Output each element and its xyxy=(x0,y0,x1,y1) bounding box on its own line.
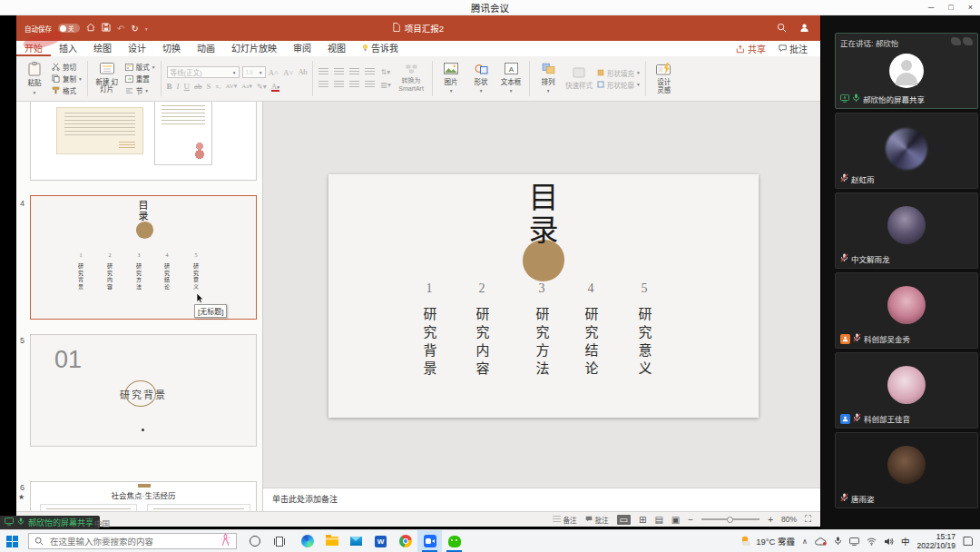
redo-icon[interactable]: ↻ xyxy=(131,24,138,34)
shapes-button[interactable]: 形状▾ xyxy=(468,63,494,94)
thumbnail-slide-3[interactable] xyxy=(30,102,257,181)
undo-icon[interactable]: ↶ xyxy=(117,24,124,34)
tray-mic-icon[interactable] xyxy=(834,533,842,549)
onedrive-icon[interactable] xyxy=(815,533,827,549)
wechat-taskbar-icon[interactable] xyxy=(442,530,466,552)
slideshow-button[interactable]: ▣ xyxy=(671,515,680,525)
tencent-meeting-taskbar-icon[interactable] xyxy=(417,530,442,552)
tab-design[interactable]: 设计 xyxy=(120,41,154,56)
account-icon[interactable] xyxy=(799,20,809,36)
new-slide-button[interactable]: 新建 幻灯片 xyxy=(93,63,121,94)
bold-button[interactable]: B xyxy=(167,82,172,91)
align-center-button[interactable] xyxy=(334,81,344,89)
slide-editing-surface[interactable]: 目 录 1 2 3 4 5 研究背景 研究内容 研究方法 研究结论 研究意义 xyxy=(328,174,759,418)
paste-button[interactable]: 粘贴▾ xyxy=(22,62,47,96)
tab-animations[interactable]: 动画 xyxy=(189,41,223,56)
zoom-in-button[interactable]: + xyxy=(768,515,773,525)
mail-icon[interactable] xyxy=(344,530,368,552)
grow-font-button[interactable]: A˄ xyxy=(269,68,279,77)
textbox-button[interactable]: A 文本框▾ xyxy=(498,63,524,94)
italic-button[interactable]: I xyxy=(177,82,180,91)
qat-dropdown-icon[interactable]: ▾ xyxy=(145,25,148,32)
participant-tile[interactable]: 中文解雨龙 xyxy=(835,192,978,269)
indent-decrease-button[interactable] xyxy=(349,68,359,76)
tray-expand-icon[interactable]: ∧ xyxy=(802,537,808,546)
toc-item-text[interactable]: 研究内容 xyxy=(473,307,492,380)
network-icon[interactable] xyxy=(867,533,877,549)
comments-button[interactable]: 批注 xyxy=(779,42,808,55)
align-right-button[interactable] xyxy=(349,81,359,89)
layout-button[interactable]: 版式▾ xyxy=(125,62,155,72)
screen-share-status-bar[interactable]: 郝欣怡的屏幕共享 xyxy=(0,516,100,529)
tab-slideshow[interactable]: 幻灯片放映 xyxy=(223,41,285,56)
copy-button[interactable]: 复制▾ xyxy=(52,74,82,84)
edge-icon[interactable] xyxy=(295,530,319,552)
search-input[interactable] xyxy=(48,536,216,547)
thumbnail-slide-6[interactable]: 社会焦点·生活经历 xyxy=(30,481,257,511)
start-button[interactable] xyxy=(0,530,24,552)
thumbnail-slide-4[interactable]: 目录 1 2 3 4 5 研究背景 研究内容 研究方法 研究结论 研究意义 xyxy=(30,195,257,320)
smartart-button[interactable]: 转换为SmartArt xyxy=(396,64,426,93)
font-size-select[interactable]: 18▾ xyxy=(242,66,266,78)
toc-item-text[interactable]: 研究意义 xyxy=(635,307,654,380)
justify-button[interactable] xyxy=(365,81,375,89)
line-spacing-button[interactable]: ⇅▾ xyxy=(380,68,390,76)
tab-insert[interactable]: 插入 xyxy=(51,41,85,56)
toc-item-number[interactable]: 4 xyxy=(588,281,594,296)
font-name-select[interactable]: 等线(正文)▾ xyxy=(167,66,240,78)
design-ideas-button[interactable]: 设计灵感 xyxy=(652,63,677,95)
picture-button[interactable]: 图片▾ xyxy=(438,63,464,94)
highlight-button[interactable]: ✎▾ xyxy=(257,83,267,91)
fit-slide-button[interactable]: ⛶ xyxy=(805,514,811,525)
zoom-slider[interactable] xyxy=(701,518,760,520)
strike-button[interactable]: ab xyxy=(194,82,202,91)
word-icon[interactable]: W xyxy=(368,530,393,552)
clear-format-button[interactable]: A̸b xyxy=(299,68,308,76)
zoom-out-button[interactable]: − xyxy=(688,515,693,525)
close-button[interactable]: × xyxy=(968,3,973,12)
tab-draw[interactable]: 绘图 xyxy=(85,41,120,56)
zoom-slider-thumb[interactable] xyxy=(727,517,733,523)
task-view-button[interactable] xyxy=(267,530,291,552)
participant-tile[interactable]: 唐雨姿 xyxy=(835,432,978,508)
chrome-icon[interactable] xyxy=(393,530,417,552)
slide-sorter-view-button[interactable]: ⊞ xyxy=(639,515,646,525)
format-painter-button[interactable]: 格式 xyxy=(52,85,82,95)
save-icon[interactable] xyxy=(102,23,111,34)
volume-icon[interactable] xyxy=(884,533,894,549)
bullets-button[interactable] xyxy=(318,68,328,76)
cast-screen-icon[interactable] xyxy=(849,533,859,549)
thumbnail-slide-5[interactable]: 01 研究背景 xyxy=(30,334,257,447)
indent-increase-button[interactable] xyxy=(365,68,375,76)
case-button[interactable]: Aa▾ xyxy=(241,83,252,90)
toc-item-number[interactable]: 1 xyxy=(426,281,433,296)
reading-view-button[interactable]: ▤ xyxy=(654,515,662,525)
participant-tile[interactable]: 科创部吴金秀 xyxy=(835,272,978,349)
shadow-button[interactable]: S xyxy=(207,82,211,91)
tab-transitions[interactable]: 切换 xyxy=(154,41,189,56)
shrink-font-button[interactable]: A˅ xyxy=(283,68,294,77)
shape-outline-button[interactable]: 形状轮廓▾ xyxy=(597,80,640,90)
zoom-level[interactable]: 80% xyxy=(781,515,797,524)
clock[interactable]: 15:17 2022/10/19 xyxy=(916,532,956,550)
autosave-toggle[interactable]: 关 xyxy=(58,24,80,33)
toc-title[interactable]: 目 录 xyxy=(328,182,759,248)
comments-toggle[interactable]: 批注 xyxy=(585,515,609,525)
share-button[interactable]: 共享 xyxy=(736,42,766,55)
tab-review[interactable]: 审阅 xyxy=(285,41,319,56)
weather-widget[interactable]: 19°C 雾霾 xyxy=(740,535,795,547)
taskbar-search-box[interactable] xyxy=(28,533,237,549)
font-color-button[interactable]: A▾ xyxy=(271,82,279,91)
toc-item-number[interactable]: 5 xyxy=(642,281,648,296)
reset-button[interactable]: 重置 xyxy=(125,74,155,84)
file-explorer-icon[interactable] xyxy=(319,530,344,552)
notes-pane[interactable]: 单击此处添加备注 xyxy=(263,488,820,511)
subscript-button[interactable]: x₂ xyxy=(216,83,221,90)
normal-view-button[interactable]: ▭ xyxy=(617,515,631,525)
notification-center-icon[interactable] xyxy=(963,533,973,549)
toc-item-number[interactable]: 2 xyxy=(479,281,485,296)
toc-item-text[interactable]: 研究方法 xyxy=(533,307,552,380)
underline-button[interactable]: U xyxy=(184,82,191,91)
spacing-button[interactable]: AV▾ xyxy=(226,83,238,90)
tab-tellme[interactable]: 告诉我 xyxy=(354,41,407,56)
